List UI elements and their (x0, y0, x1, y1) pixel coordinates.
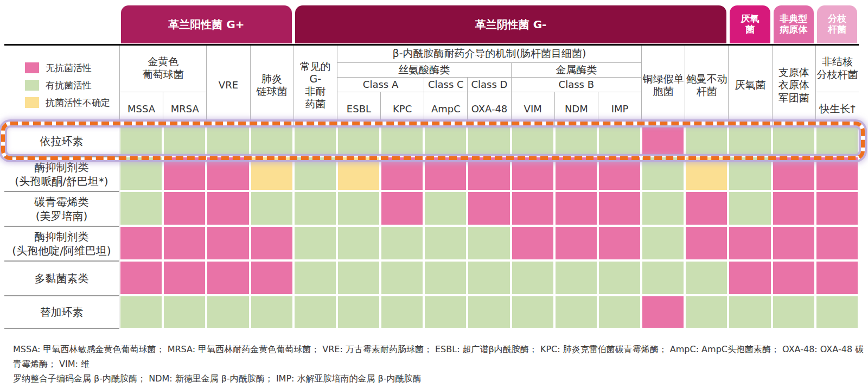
row-label-1: 依拉环素 (4, 126, 119, 156)
no-activity-swatch (25, 62, 39, 73)
activity-cell-active (251, 127, 292, 155)
footnote-line: 罗纳整合子编码金属 β-内酰胺酶； NDM: 新德里金属 β-内酰胺酶； IMP… (13, 371, 868, 386)
activity-cell-active (773, 296, 814, 328)
activity-cell-active (338, 296, 379, 328)
activity-cell-active (295, 157, 336, 190)
footnote-line: MSSA: 甲氧西林敏感金黄色葡萄球菌； MRSA: 甲氧西林耐药金黄色葡萄球菌… (13, 342, 868, 371)
activity-cell-active (164, 127, 205, 155)
activity-cell-inactive (251, 227, 292, 259)
col-header-staph-aureus: 金黄色 葡萄球菌 (119, 44, 206, 92)
footnote-line: †包含脓肿分枝杆菌、龟分枝杆菌、偶然分枝杆菌、猪分枝杆菌等快速生长非结核分枝杆菌 (13, 386, 868, 388)
col-header-pneumococcus: 肺炎 链球菌 (250, 44, 293, 126)
activity-cell-active (425, 296, 466, 328)
col-header-acinetobacter: 鲍曼不动 杆菌 (685, 44, 728, 126)
activity-cell-inactive (207, 192, 248, 225)
activity-cell-active (425, 227, 466, 259)
row-label-6: 替加环素 (4, 295, 119, 329)
activity-cell-active (729, 192, 770, 225)
col-header-vre: VRE (206, 44, 250, 126)
band-gram-negative: 革兰阴性菌 G- (295, 5, 727, 43)
activity-cell-active (556, 127, 597, 155)
activity-cell-active (512, 262, 553, 294)
activity-cell-active (338, 192, 379, 225)
legend-item-active: 有抗菌活性 (25, 79, 119, 92)
activity-cell-uncertain (686, 157, 727, 190)
active-swatch (25, 80, 39, 91)
activity-cell-inactive (207, 157, 248, 190)
legend-label: 有抗菌活性 (46, 79, 92, 92)
activity-cell-inactive (599, 227, 640, 259)
activity-cell-active (338, 127, 379, 155)
activity-cell-inactive (729, 262, 770, 294)
activity-cell-active (120, 296, 162, 328)
activity-cell-active (512, 127, 553, 155)
activity-cell-inactive (164, 192, 205, 225)
activity-cell-inactive (642, 127, 684, 155)
activity-cell-inactive (773, 157, 814, 190)
uncertain-swatch (25, 97, 39, 108)
activity-cell-active (338, 227, 379, 259)
activity-cell-active (425, 192, 466, 225)
activity-cell-inactive (686, 192, 727, 225)
table-header: 无抗菌活性 有抗菌活性 抗菌活性不确定 金黄色 葡萄球菌 MSSA MRSA V… (4, 44, 859, 126)
activity-cell-inactive (164, 157, 205, 190)
activity-cell-inactive (773, 227, 814, 259)
activity-cell-inactive (512, 227, 553, 259)
col-header-pseudomonas: 铜绿假单 胞菌 (641, 44, 685, 126)
activity-cell-uncertain (338, 157, 379, 190)
activity-cell-inactive (816, 262, 858, 294)
activity-cell-active (120, 192, 162, 225)
activity-cell-inactive (381, 157, 423, 190)
activity-cell-active (295, 127, 336, 155)
activity-cell-inactive (816, 227, 858, 259)
activity-cell-active (686, 127, 727, 155)
col-header-ndm: NDM (554, 92, 598, 126)
activity-cell-active (468, 296, 509, 328)
activity-cell-active (599, 296, 640, 328)
activity-cell-inactive (599, 157, 640, 190)
activity-cell-active (381, 296, 423, 328)
activity-cell-active (642, 227, 684, 259)
legend-item-uncertain: 抗菌活性不确定 (25, 97, 119, 109)
col-header-oxa48: OXA-48 (467, 92, 510, 126)
col-header-atypical: 支原体 衣原体 军团菌 (772, 44, 815, 126)
activity-cell-inactive (251, 262, 292, 294)
activity-cell-active (164, 296, 205, 328)
row-label-4: 酶抑制剂类 (头孢他啶/阿维巴坦) (4, 226, 119, 260)
activity-cell-inactive (512, 192, 553, 225)
col-header-mssa: MSSA (119, 92, 163, 126)
col-header-class-a: Class A (337, 78, 424, 92)
activity-cell-inactive (642, 296, 684, 328)
activity-cell-uncertain (251, 157, 292, 190)
col-header-esbl: ESBL (337, 92, 380, 126)
activity-cell-inactive (816, 192, 858, 225)
col-header-anaerobes: 厌氧菌 (728, 44, 771, 126)
row-label-2: 酶抑制剂类 (头孢哌酮/舒巴坦*) (4, 156, 119, 191)
activity-cell-active (468, 127, 509, 155)
activity-cell-inactive (773, 192, 814, 225)
activity-cell-inactive (556, 157, 597, 190)
band-mycobacteria: 分枝 杆菌 (817, 5, 857, 43)
legend-item-no-activity: 无抗菌活性 (25, 62, 119, 74)
activity-cell-active (686, 296, 727, 328)
activity-cell-active (120, 127, 162, 155)
activity-cell-active (207, 127, 248, 155)
activity-cell-active (816, 127, 858, 155)
band-gram-positive: 革兰阳性菌 G+ (121, 5, 292, 43)
activity-cell-inactive (556, 192, 597, 225)
activity-cell-active (295, 296, 336, 328)
activity-cell-active (729, 296, 770, 328)
spectrum-table: 革兰阳性菌 G+ 革兰阴性菌 G- 厌氧 菌 非典型 病原体 分枝 杆菌 无抗菌… (4, 5, 859, 329)
activity-cell-active (251, 296, 292, 328)
activity-cell-inactive (686, 227, 727, 259)
header-top-rule (4, 44, 859, 46)
row-label-3: 碳青霉烯类 (美罗培南) (4, 191, 119, 226)
activity-cell-active (642, 262, 684, 294)
col-header-serine-enzymes: 丝氨酸酶类 (337, 63, 511, 78)
col-header-class-b: Class B (511, 78, 642, 92)
activity-cell-active (512, 296, 553, 328)
legend: 无抗菌活性 有抗菌活性 抗菌活性不确定 (4, 44, 119, 126)
band-atypical-pathogens: 非典型 病原体 (774, 5, 814, 43)
activity-cell-inactive (164, 262, 205, 294)
activity-cell-inactive (773, 262, 814, 294)
